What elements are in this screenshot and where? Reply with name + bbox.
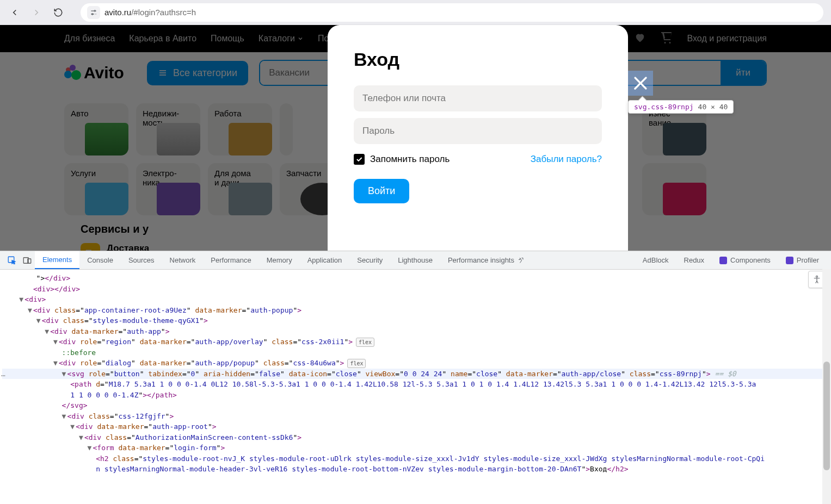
close-icon	[630, 72, 651, 94]
reload-button[interactable]	[51, 5, 65, 20]
login-modal: Вход Запомнить пароль Забыли пароль? Вой…	[328, 25, 628, 251]
url-text: avito.ru/#login?authsrc=h	[104, 8, 196, 17]
tab-profiler[interactable]: Profiler	[778, 251, 827, 269]
scrollbar-thumb[interactable]	[823, 362, 830, 470]
tab-perf-insights[interactable]: Performance insights	[440, 251, 532, 269]
login-submit-button[interactable]: Войти	[354, 179, 409, 203]
forward-button[interactable]	[29, 5, 44, 20]
address-bar[interactable]: avito.ru/#login?authsrc=h	[81, 3, 823, 22]
devtools-panel: Elements Console Sources Network Perform…	[0, 251, 831, 504]
tab-security[interactable]: Security	[349, 251, 390, 269]
svg-point-10	[816, 276, 818, 277]
checkbox-checked-icon	[354, 154, 365, 165]
site-settings-icon[interactable]	[87, 6, 100, 19]
tab-redux[interactable]: Redux	[676, 251, 712, 269]
remember-checkbox[interactable]: Запомнить пароль	[354, 154, 450, 165]
tab-elements[interactable]: Elements	[35, 251, 79, 269]
react-icon	[786, 257, 793, 264]
elements-tree[interactable]: "></div> <div></div> ▼<div> ▼<div class=…	[0, 270, 831, 504]
tab-application[interactable]: Application	[300, 251, 350, 269]
react-icon	[719, 257, 727, 264]
tab-adblock[interactable]: AdBlock	[635, 251, 676, 269]
devtools-scrollbar[interactable]	[822, 269, 831, 504]
inspector-tooltip: svg.css-89rnpj40 × 40	[628, 100, 734, 114]
tab-network[interactable]: Network	[162, 251, 204, 269]
tab-console[interactable]: Console	[79, 251, 121, 269]
browser-toolbar: avito.ru/#login?authsrc=h	[0, 0, 831, 25]
devtools-tabs: Elements Console Sources Network Perform…	[0, 251, 831, 270]
tab-memory[interactable]: Memory	[259, 251, 300, 269]
forgot-password-link[interactable]: Забыли пароль?	[531, 154, 602, 165]
svg-point-0	[94, 10, 95, 11]
password-input[interactable]	[354, 118, 602, 144]
login-input[interactable]	[354, 85, 602, 111]
inspect-element-button[interactable]	[4, 253, 20, 268]
tab-sources[interactable]: Sources	[121, 251, 162, 269]
modal-title: Вход	[354, 49, 602, 70]
tab-performance[interactable]: Performance	[203, 251, 258, 269]
modal-close-button[interactable]	[628, 71, 653, 96]
back-button[interactable]	[8, 5, 22, 20]
page-viewport: Для бизнеса Карьера в Авито Помощь Катал…	[0, 25, 831, 251]
tab-lighthouse[interactable]: Lighthouse	[390, 251, 440, 269]
device-toolbar-button[interactable]	[20, 253, 35, 268]
tab-components[interactable]: Components	[712, 251, 778, 269]
